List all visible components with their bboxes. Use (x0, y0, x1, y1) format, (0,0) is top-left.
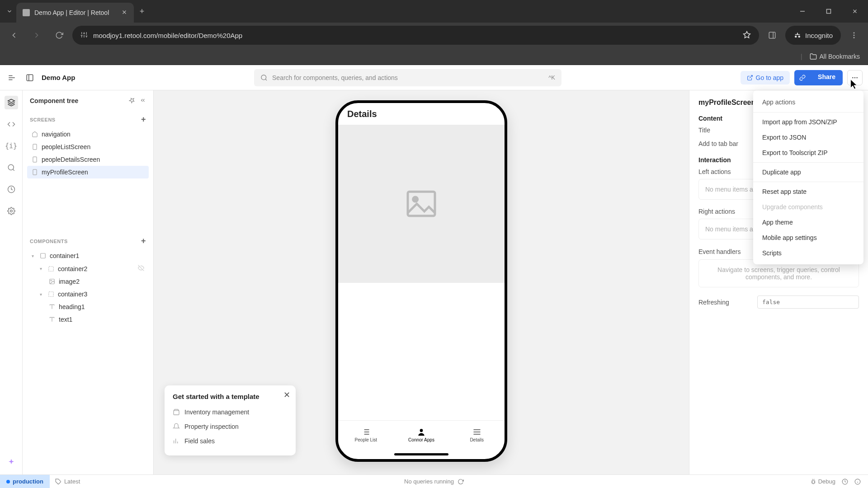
add-screen-button[interactable]: + (141, 115, 146, 124)
svg-point-20 (854, 37, 855, 38)
menu-icon (472, 427, 481, 436)
phone-tab-people-list[interactable]: People List (338, 421, 394, 449)
collapse-icon[interactable] (140, 97, 146, 105)
tag-icon (55, 479, 61, 485)
browser-menu-icon[interactable] (844, 26, 863, 45)
external-link-icon (747, 75, 753, 81)
menu-app-theme[interactable]: App theme (753, 215, 863, 230)
rail-ai[interactable] (5, 455, 18, 469)
folder-icon (810, 53, 817, 60)
template-property[interactable]: Property inspection (173, 419, 288, 434)
rail-search[interactable] (5, 161, 18, 174)
share-link-icon[interactable] (794, 70, 811, 85)
window-maximize[interactable] (816, 0, 842, 23)
menu-import-json[interactable]: Import app from JSON/ZIP (753, 114, 863, 130)
panel-toggle-icon[interactable] (24, 71, 36, 84)
address-bar[interactable]: moodjoy1.retool.com/mobile/editor/Demo%2… (72, 26, 759, 45)
image-icon (49, 278, 55, 285)
nav-reload[interactable] (50, 26, 69, 45)
caret-icon[interactable]: ▾ (40, 266, 44, 271)
rail-component-tree[interactable] (5, 96, 18, 109)
svg-point-31 (856, 77, 858, 78)
container-icon (40, 253, 46, 259)
screen-my-profile[interactable]: myProfileScreen (27, 166, 149, 178)
svg-point-44 (51, 280, 52, 281)
search-icon (260, 74, 268, 81)
side-panel-icon[interactable] (763, 26, 782, 45)
browser-tab[interactable]: Demo App | Editor | Retool (16, 3, 134, 23)
window-minimize[interactable] (789, 0, 816, 23)
refresh-icon[interactable] (458, 479, 464, 485)
phone-tab-connor-apps[interactable]: Connor Apps (394, 421, 449, 449)
nav-back[interactable] (5, 26, 24, 45)
rail-code[interactable] (5, 117, 18, 131)
rail-settings[interactable] (5, 204, 18, 218)
svg-point-26 (261, 75, 266, 80)
window-close[interactable] (842, 0, 868, 23)
menu-scripts[interactable]: Scripts (753, 245, 863, 261)
close-popup-button[interactable]: ✕ (283, 390, 290, 400)
share-button[interactable]: Share (811, 70, 843, 85)
screen-navigation[interactable]: navigation (27, 128, 149, 141)
tab-close[interactable] (121, 9, 127, 17)
screen-people-list[interactable]: peopleListScreen (27, 141, 149, 153)
go-to-app-button[interactable]: Go to app (741, 71, 790, 84)
add-tab-bar-label: Add to tab bar (698, 140, 757, 147)
global-search[interactable]: Search for components, queries, and acti… (254, 69, 561, 86)
menu-toggle-icon[interactable] (5, 71, 18, 84)
svg-point-29 (852, 77, 854, 78)
svg-rect-3 (827, 9, 831, 14)
new-tab-button[interactable]: + (134, 3, 150, 19)
rail-history[interactable] (5, 183, 18, 196)
clock-icon[interactable] (842, 479, 848, 485)
incognito-chip[interactable]: Incognito (785, 26, 841, 45)
component-text1[interactable]: text1 (27, 313, 149, 326)
nav-forward[interactable] (27, 26, 46, 45)
title-label: Title (698, 127, 757, 134)
image-placeholder[interactable] (338, 125, 505, 283)
caret-icon[interactable]: ▾ (40, 292, 44, 297)
template-inventory[interactable]: Inventory management (173, 405, 288, 419)
svg-rect-16 (769, 32, 775, 38)
tab-title: Demo App | Editor | Retool (34, 9, 109, 16)
svg-rect-41 (49, 266, 54, 271)
more-actions-button[interactable] (847, 70, 863, 85)
refreshing-input[interactable] (757, 296, 859, 309)
menu-mobile-settings[interactable]: Mobile app settings (753, 230, 863, 245)
svg-rect-38 (33, 157, 37, 162)
pin-icon[interactable] (129, 97, 135, 105)
rail-state[interactable]: {i} (5, 139, 18, 153)
component-container1[interactable]: ▾ container1 (27, 249, 149, 262)
menu-export-toolscript[interactable]: Export to Toolscript ZIP (753, 145, 863, 160)
latest-chip[interactable]: Latest (50, 478, 85, 485)
template-popup: ✕ Get started with a template Inventory … (165, 385, 296, 455)
visibility-icon[interactable] (138, 265, 144, 272)
menu-export-json[interactable]: Export to JSON (753, 130, 863, 145)
menu-duplicate-app[interactable]: Duplicate app (753, 164, 863, 180)
env-chip[interactable]: production (0, 475, 50, 488)
phone-tab-details[interactable]: Details (449, 421, 505, 449)
svg-line-28 (749, 75, 752, 78)
screen-people-details[interactable]: peopleDetailsScreen (27, 153, 149, 166)
add-component-button[interactable]: + (141, 236, 146, 246)
all-bookmarks[interactable]: All Bookmarks (820, 53, 860, 60)
template-field-sales[interactable]: Field sales (173, 434, 288, 448)
svg-point-30 (854, 77, 856, 78)
box-icon (173, 408, 180, 416)
component-heading1[interactable]: heading1 (27, 300, 149, 313)
component-image2[interactable]: image2 (27, 275, 149, 288)
caret-icon[interactable]: ▾ (32, 253, 36, 258)
container-icon (48, 291, 54, 297)
site-settings-icon[interactable] (80, 31, 88, 40)
svg-point-36 (10, 210, 12, 212)
info-icon[interactable] (854, 479, 861, 485)
menu-reset-state[interactable]: Reset app state (753, 184, 863, 199)
component-container2[interactable]: ▾ container2 (27, 262, 149, 275)
list-icon (361, 427, 370, 436)
component-container3[interactable]: ▾ container3 (27, 288, 149, 300)
bookmark-star-icon[interactable] (743, 31, 751, 40)
debug-button[interactable]: Debug (810, 478, 835, 485)
tabs-dropdown[interactable] (3, 5, 16, 18)
person-icon (417, 427, 426, 436)
svg-line-34 (13, 169, 14, 170)
